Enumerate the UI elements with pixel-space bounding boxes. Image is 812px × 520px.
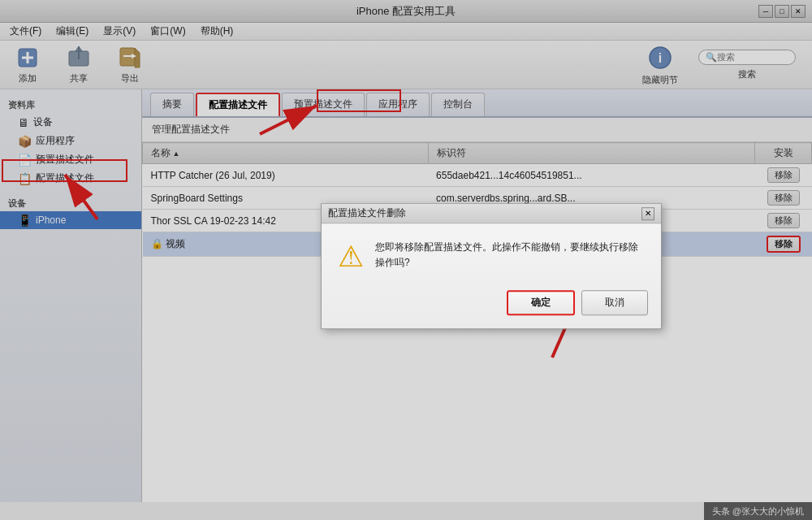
cancel-button[interactable]: 取消 (581, 290, 648, 315)
dialog-message: 您即将移除配置描述文件。此操作不能撤销，要继续执行移除操作吗? (375, 240, 645, 271)
dialog-title-bar: 配置描述文件删除 ✕ (322, 204, 661, 223)
dialog-close-button[interactable]: ✕ (641, 207, 654, 220)
dialog-content: ⚠ 您即将移除配置描述文件。此操作不能撤销，要继续执行移除操作吗? (322, 223, 661, 282)
dialog-buttons: 确定 取消 (322, 282, 661, 328)
warning-icon: ⚠ (338, 240, 364, 274)
dialog-title: 配置描述文件删除 (328, 206, 406, 220)
confirm-button[interactable]: 确定 (507, 290, 575, 315)
dialog-overlay: 配置描述文件删除 ✕ ⚠ 您即将移除配置描述文件。此操作不能撤销，要继续执行移除… (0, 0, 812, 520)
dialog: 配置描述文件删除 ✕ ⚠ 您即将移除配置描述文件。此操作不能撤销，要继续执行移除… (321, 203, 662, 329)
